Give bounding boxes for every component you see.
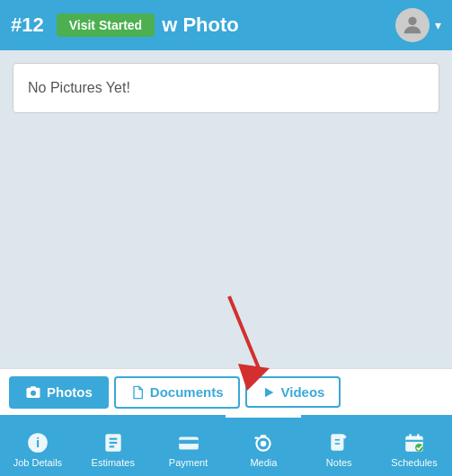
nav-item-payment[interactable]: Payment [151, 415, 226, 476]
no-pictures-text: No Pictures Yet! [28, 80, 130, 95]
svg-point-26 [415, 444, 423, 452]
svg-marker-6 [265, 387, 273, 397]
notes-icon [327, 431, 350, 454]
svg-rect-5 [31, 386, 36, 388]
tab-photos[interactable]: Photos [9, 376, 109, 409]
media-icon [252, 431, 275, 454]
nav-item-schedules[interactable]: Schedules [377, 415, 452, 476]
header: #12 Visit Started w Photo ▾ [0, 0, 452, 50]
documents-icon [130, 384, 145, 401]
main-content: No Pictures Yet! [0, 50, 452, 368]
nav-label-job-details: Job Details [13, 457, 62, 468]
nav-label-schedules: Schedules [391, 457, 437, 468]
svg-rect-18 [255, 437, 259, 439]
svg-point-16 [261, 441, 267, 447]
job-number: #12 [11, 13, 44, 37]
avatar-chevron[interactable]: ▾ [435, 18, 441, 32]
tab-videos-label: Videos [281, 384, 325, 400]
tab-videos[interactable]: Videos [245, 376, 341, 408]
tab-photos-label: Photos [47, 384, 93, 400]
estimates-icon [102, 431, 125, 454]
job-details-icon: i [26, 431, 49, 454]
nav-label-notes: Notes [326, 457, 352, 468]
schedules-icon [403, 431, 426, 454]
tab-documents[interactable]: Documents [114, 376, 240, 409]
avatar[interactable] [395, 8, 430, 42]
nav-label-payment: Payment [169, 457, 208, 468]
nav-label-estimates: Estimates [92, 457, 135, 468]
svg-rect-17 [261, 435, 267, 437]
tab-documents-label: Documents [150, 384, 224, 400]
photos-icon [25, 384, 41, 401]
nav-item-notes[interactable]: Notes [301, 415, 377, 476]
nav-item-estimates[interactable]: Estimates [75, 415, 151, 476]
nav-label-media: Media [250, 457, 277, 468]
visit-started-badge[interactable]: Visit Started [57, 13, 155, 37]
svg-rect-14 [179, 440, 199, 444]
no-pictures-box: No Pictures Yet! [13, 63, 439, 113]
payment-icon [177, 431, 200, 454]
nav-item-job-details[interactable]: i Job Details [0, 415, 75, 476]
header-title: w Photo [162, 13, 395, 37]
media-tabs: Photos Documents Videos [0, 368, 452, 415]
svg-point-4 [31, 390, 36, 395]
svg-text:i: i [36, 435, 40, 450]
bottom-nav: i Job Details Estimates Payment Media [0, 415, 452, 476]
svg-rect-19 [332, 434, 344, 450]
svg-point-0 [408, 17, 416, 25]
videos-icon [261, 385, 276, 400]
nav-item-media[interactable]: Media [226, 415, 301, 476]
